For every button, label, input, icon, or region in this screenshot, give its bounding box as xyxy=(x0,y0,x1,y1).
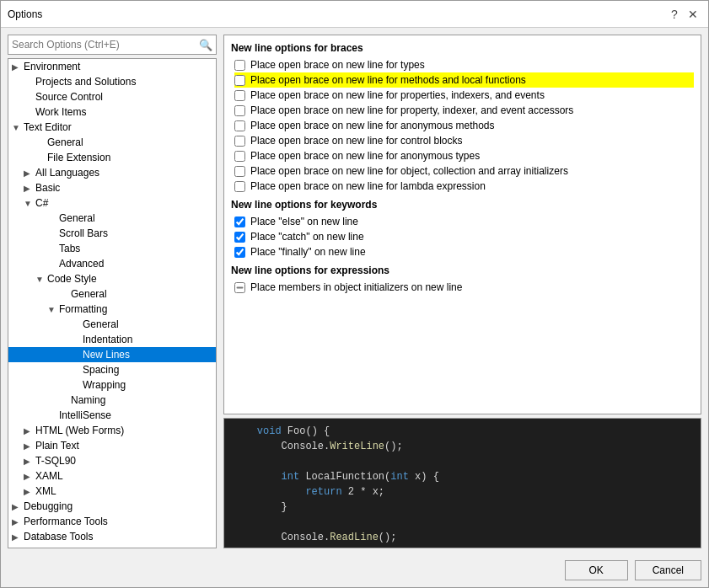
tree-expand-icon: ▼ xyxy=(24,199,35,208)
tree-item-xml[interactable]: ▶XML xyxy=(8,484,216,499)
brace-checkbox-7[interactable] xyxy=(234,166,245,177)
keyword-checkbox-0[interactable] xyxy=(234,216,245,227)
tree-item-scroll-bars[interactable]: Scroll Bars xyxy=(8,226,216,241)
tree-expand-icon: ▶ xyxy=(12,62,24,72)
tree-item-label: Spacing xyxy=(83,364,119,376)
tree-item-intellisense[interactable]: IntelliSense xyxy=(8,408,216,423)
tree-item-csharp-general[interactable]: General xyxy=(8,211,216,226)
tree-item-label: XML xyxy=(35,485,56,497)
tree-item-label: All Languages xyxy=(35,167,99,179)
search-input[interactable] xyxy=(12,39,199,51)
brace-label-8: Place open brace on new line for lambda … xyxy=(250,180,486,192)
tree-item-text-editor[interactable]: ▼Text Editor xyxy=(8,120,216,135)
tree-item-label: Indentation xyxy=(83,334,132,345)
dialog-title: Options xyxy=(8,8,42,20)
cancel-button[interactable]: Cancel xyxy=(635,560,701,580)
tree-item-label: File Extension xyxy=(47,152,110,163)
brace-checkbox-3[interactable] xyxy=(234,105,245,116)
tree-item-label: Environment xyxy=(24,61,80,72)
tree-item-label: Source Control xyxy=(35,91,103,103)
keyword-label-1: Place "catch" on new line xyxy=(250,231,364,243)
tree-item-work-items[interactable]: Work Items xyxy=(8,104,216,120)
brace-option-3: Place open brace on new line for propert… xyxy=(234,103,694,118)
tree-item-new-lines[interactable]: New Lines xyxy=(8,347,216,362)
code-line: Console.WriteLine(); xyxy=(233,439,692,454)
tree-item-html-web-forms[interactable]: ▶HTML (Web Forms) xyxy=(8,423,216,438)
tree-item-environment[interactable]: ▶Environment xyxy=(8,59,216,74)
tree-item-all-languages[interactable]: ▶All Languages xyxy=(8,165,216,180)
brace-label-4: Place open brace on new line for anonymo… xyxy=(250,120,495,131)
tree-item-label: Performance Tools xyxy=(24,516,108,527)
options-dialog: Options ? ✕ 🔍 ▶EnvironmentProjects and S… xyxy=(0,0,709,588)
tree-item-projects-solutions[interactable]: Projects and Solutions xyxy=(8,74,216,89)
tree-item-code-style[interactable]: ▼Code Style xyxy=(8,271,216,286)
tree-item-naming[interactable]: Naming xyxy=(8,393,216,408)
tree-item-label: General xyxy=(83,318,119,330)
keyword-option-0: Place "else" on new line xyxy=(234,214,694,229)
tree-item-formatting-general[interactable]: General xyxy=(8,317,216,332)
tree-item-debugging[interactable]: ▶Debugging xyxy=(8,499,216,514)
brace-checkbox-0[interactable] xyxy=(234,60,245,71)
tree-item-label: XAML xyxy=(35,470,63,482)
brace-checkbox-8[interactable] xyxy=(234,181,245,192)
code-line xyxy=(233,515,692,530)
keyword-label-0: Place "else" on new line xyxy=(250,216,358,227)
tree-expand-icon: ▶ xyxy=(24,472,35,481)
tree-item-csharp[interactable]: ▼C# xyxy=(8,195,216,211)
code-line: } xyxy=(233,500,692,515)
brace-option-7: Place open brace on new line for object,… xyxy=(234,163,694,179)
tree-item-basic[interactable]: ▶Basic xyxy=(8,180,216,195)
code-line: } xyxy=(233,545,692,548)
close-button[interactable]: ✕ xyxy=(685,6,701,23)
tree-item-advanced[interactable]: Advanced xyxy=(8,256,216,271)
tree-item-label: Basic xyxy=(35,182,60,194)
brace-checkbox-4[interactable] xyxy=(234,120,245,131)
tree-item-plain-text[interactable]: ▶Plain Text xyxy=(8,438,216,453)
tree-item-spacing[interactable]: Spacing xyxy=(8,362,216,377)
code-line xyxy=(233,454,692,469)
tree-item-t-sql90[interactable]: ▶T-SQL90 xyxy=(8,453,216,468)
keyword-label-2: Place "finally" on new line xyxy=(250,246,366,258)
button-row: OK Cancel xyxy=(1,555,708,587)
code-line: return 2 * x; xyxy=(233,484,692,500)
tree-item-performance-tools[interactable]: ▶Performance Tools xyxy=(8,514,216,529)
tree-item-file-extension[interactable]: File Extension xyxy=(8,150,216,165)
tree-item-tabs[interactable]: Tabs xyxy=(8,241,216,256)
code-line: Console.ReadLine(); xyxy=(233,530,692,545)
brace-option-2: Place open brace on new line for propert… xyxy=(234,88,694,103)
brace-checkbox-6[interactable] xyxy=(234,151,245,162)
tree-item-label: Scroll Bars xyxy=(59,227,108,239)
options-panel: New line options for braces Place open b… xyxy=(223,35,701,414)
search-icon: 🔍 xyxy=(199,39,212,51)
tree-item-wrapping[interactable]: Wrapping xyxy=(8,377,216,393)
search-box[interactable]: 🔍 xyxy=(8,35,217,55)
tree-item-database-tools[interactable]: ▶Database Tools xyxy=(8,529,216,544)
brace-label-2: Place open brace on new line for propert… xyxy=(250,89,545,101)
brace-checkbox-2[interactable] xyxy=(234,90,245,101)
tree-item-formatting[interactable]: ▼Formatting xyxy=(8,302,216,317)
ok-button[interactable]: OK xyxy=(565,560,628,580)
content-area: 🔍 ▶EnvironmentProjects and SolutionsSour… xyxy=(1,28,708,555)
keyword-checkbox-2[interactable] xyxy=(234,247,245,258)
keyword-checkbox-1[interactable] xyxy=(234,232,245,243)
brace-option-8: Place open brace on new line for lambda … xyxy=(234,179,694,194)
brace-option-5: Place open brace on new line for control… xyxy=(234,133,694,148)
title-bar: Options ? ✕ xyxy=(1,1,708,28)
help-button[interactable]: ? xyxy=(666,6,683,23)
tree-expand-icon: ▶ xyxy=(24,441,35,451)
tree-item-source-control[interactable]: Source Control xyxy=(8,89,216,104)
brace-option-1: Place open brace on new line for methods… xyxy=(234,72,694,88)
keyword-option-1: Place "catch" on new line xyxy=(234,229,694,244)
tree-item-general[interactable]: General xyxy=(8,135,216,150)
tree-item-code-style-general[interactable]: General xyxy=(8,286,216,302)
expression-checkbox-0[interactable] xyxy=(234,282,245,293)
tree-item-label: IntelliSense xyxy=(59,409,111,421)
tree-expand-icon: ▼ xyxy=(35,275,47,284)
tree-item-indentation[interactable]: Indentation xyxy=(8,332,216,347)
tree-item-label: Database Tools xyxy=(24,531,94,543)
brace-checkbox-1[interactable] xyxy=(234,75,245,86)
brace-checkbox-5[interactable] xyxy=(234,136,245,147)
brace-label-6: Place open brace on new line for anonymo… xyxy=(250,150,480,162)
tree-expand-icon: ▶ xyxy=(24,487,35,496)
tree-item-xaml[interactable]: ▶XAML xyxy=(8,468,216,484)
